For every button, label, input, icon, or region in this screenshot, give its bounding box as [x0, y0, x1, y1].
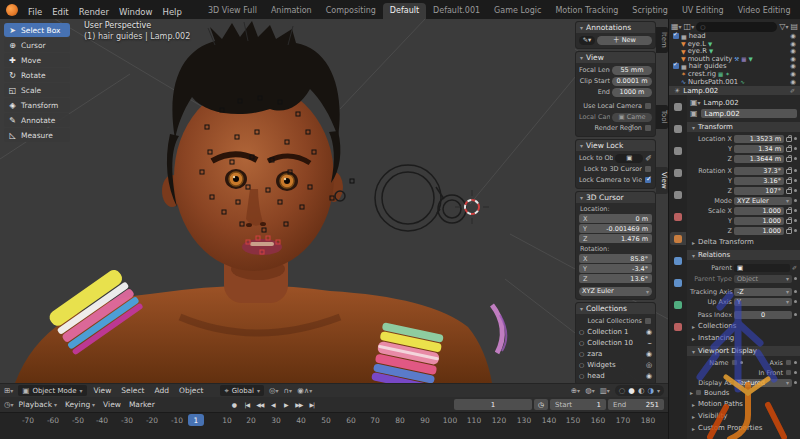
- focal-length-field[interactable]: 55 mm: [612, 66, 652, 75]
- shading-rendered-icon[interactable]: ◑: [647, 386, 654, 395]
- local-collections-checkbox[interactable]: [644, 317, 652, 325]
- collection-item[interactable]: ○ Widgets ◎: [579, 359, 652, 370]
- workspace-tab[interactable]: Animation: [264, 3, 319, 19]
- npanel-tab-item[interactable]: Item: [656, 27, 668, 53]
- lock-to-3d-cursor-checkbox[interactable]: [644, 165, 652, 173]
- properties-tab-tool[interactable]: [670, 100, 686, 113]
- cursor-rotation-field[interactable]: X85.8°: [579, 254, 652, 263]
- topbar-menu-item[interactable]: Render: [74, 7, 114, 17]
- motion-paths-panel[interactable]: ▸Motion Paths: [690, 399, 797, 409]
- workspace-tab[interactable]: Default.001: [426, 3, 487, 19]
- outliner-active-object-row[interactable]: ☀ Lamp.002 ✐: [669, 86, 800, 95]
- lock-camera-to-view-checkbox[interactable]: [644, 176, 652, 184]
- topbar-menu-item[interactable]: File: [23, 7, 47, 17]
- proportional-editing-icon[interactable]: ◉∧▾: [297, 386, 312, 395]
- timeline-menu-item[interactable]: Playback ▾: [19, 400, 57, 409]
- rotation-field[interactable]: 3.16°: [734, 177, 784, 185]
- auto-keyframe-icon[interactable]: ◷: [534, 399, 548, 410]
- eyedropper-icon[interactable]: ✐: [790, 87, 795, 94]
- animate-dot-icon[interactable]: [794, 290, 797, 293]
- animate-dot-icon[interactable]: [794, 229, 797, 232]
- tool-measure[interactable]: ◺ Measure: [4, 128, 70, 142]
- timeline-menu-item[interactable]: Keying ▾: [65, 400, 95, 409]
- workspace-tab[interactable]: UV Editing: [675, 3, 731, 19]
- viewport-menu-item[interactable]: Select: [119, 386, 146, 395]
- animate-dot-icon[interactable]: [794, 209, 797, 212]
- collection-item[interactable]: ○ zara ◉: [579, 348, 652, 359]
- viewport-canvas[interactable]: User Perspective (1) hair guides | Lamp.…: [0, 19, 668, 383]
- collection-item[interactable]: ○ Collection 1 ◉: [579, 326, 652, 337]
- lock-icon[interactable]: [786, 189, 792, 194]
- workspace-tab[interactable]: Video Editing: [731, 3, 798, 19]
- eyedropper-icon[interactable]: ✐: [645, 154, 652, 163]
- play-reverse-button[interactable]: ◀: [267, 399, 279, 410]
- transform-panel-header[interactable]: ▾Transform: [687, 122, 800, 132]
- current-frame-field[interactable]: 1: [454, 399, 532, 410]
- cursor-location-field[interactable]: X0 m: [579, 214, 652, 223]
- cursor-location-field[interactable]: Z1.476 m: [579, 234, 652, 243]
- animate-dot-icon[interactable]: [794, 381, 797, 384]
- cursor-rotation-field[interactable]: Y-3.4°: [579, 264, 652, 273]
- clip-end-field[interactable]: 1000 m: [612, 88, 652, 97]
- properties-tab-view-layer[interactable]: [670, 166, 686, 179]
- animate-dot-icon[interactable]: [794, 189, 797, 192]
- visibility-eye-icon[interactable]: ◎: [646, 361, 652, 369]
- record-button[interactable]: ●: [228, 399, 240, 410]
- animate-dot-icon[interactable]: [794, 361, 797, 364]
- parent-type-dropdown[interactable]: Object▾: [734, 275, 792, 283]
- properties-tab-output[interactable]: [670, 144, 686, 157]
- outliner-filter-icon[interactable]: ▽▾: [779, 22, 788, 31]
- lock-icon[interactable]: [786, 169, 792, 174]
- lock-icon[interactable]: [786, 157, 792, 162]
- topbar-menu-item[interactable]: Edit: [47, 7, 73, 17]
- visibility-eye-icon[interactable]: ◉: [646, 372, 652, 380]
- animate-dot-icon[interactable]: [740, 361, 743, 364]
- properties-tab-world[interactable]: [670, 210, 686, 223]
- rotation-mode-dropdown[interactable]: XYZ Euler▾: [734, 197, 792, 205]
- cursor-location-field[interactable]: Y-0.001469 m: [579, 224, 652, 233]
- animate-dot-icon[interactable]: [794, 313, 797, 316]
- frame-start-field[interactable]: Start1: [550, 399, 606, 410]
- animate-dot-icon[interactable]: [794, 371, 797, 374]
- scale-field[interactable]: 1.000: [734, 217, 784, 225]
- disclosure-icon[interactable]: ▾: [580, 194, 583, 201]
- delta-transform-panel[interactable]: ▸Delta Transform: [690, 237, 797, 247]
- object-icon[interactable]: ▣▾: [690, 98, 701, 107]
- lock-object-field[interactable]: ▣: [615, 154, 643, 163]
- jump-start-button[interactable]: |◀: [241, 399, 253, 410]
- frame-end-field[interactable]: End251: [608, 399, 664, 410]
- display-name-checkbox[interactable]: [731, 359, 738, 366]
- collections-panel[interactable]: ▸Collections: [690, 321, 797, 331]
- display-as-dropdown[interactable]: Textured▾: [734, 379, 792, 387]
- visibility-eye-icon[interactable]: ◉: [646, 350, 652, 358]
- shading-dropdown[interactable]: ▾: [657, 387, 660, 394]
- mode-dropdown[interactable]: ▣Object Mode▾: [18, 385, 86, 396]
- viewport-display-panel-header[interactable]: ▾Viewport Display: [687, 346, 800, 356]
- rotation-field[interactable]: 107°: [734, 187, 784, 195]
- location-field[interactable]: 1.3523 m: [734, 135, 784, 143]
- tracking-axis-dropdown[interactable]: -Z▾: [734, 288, 792, 296]
- local-camera-field[interactable]: ▣ Came ×: [612, 113, 652, 122]
- properties-tab-object[interactable]: [670, 232, 686, 245]
- workspace-tab[interactable]: Game Logic: [487, 3, 548, 19]
- annotation-new-button[interactable]: ＋ New: [597, 36, 652, 45]
- tool-rotate[interactable]: ↻ Rotate: [4, 68, 70, 82]
- properties-tab-object-data[interactable]: [670, 298, 686, 311]
- collection-item[interactable]: ○ Collection 10 ⌣: [579, 337, 652, 348]
- animate-dot-icon[interactable]: [794, 157, 797, 160]
- pivot-point-dropdown[interactable]: ◎▾: [269, 386, 279, 395]
- timeline-menu-item[interactable]: Marker ▾: [129, 400, 155, 409]
- topbar-menu-item[interactable]: Help: [157, 7, 186, 17]
- lock-icon[interactable]: [786, 137, 792, 142]
- animate-dot-icon[interactable]: [794, 219, 797, 222]
- shading-material-icon[interactable]: ◐: [638, 386, 645, 395]
- outliner-item-label[interactable]: NurbsPath.001: [688, 78, 738, 86]
- collection-checkbox[interactable]: [673, 63, 679, 69]
- properties-tab-render[interactable]: [670, 122, 686, 135]
- collection-checkbox[interactable]: [673, 33, 679, 39]
- clip-start-field[interactable]: 0.0001 m: [612, 77, 652, 86]
- use-local-camera-checkbox[interactable]: [644, 102, 652, 110]
- properties-tab-scene[interactable]: [670, 188, 686, 201]
- scale-field[interactable]: 1.000: [734, 207, 784, 215]
- visibility-panel[interactable]: ▸Visibility: [690, 411, 797, 421]
